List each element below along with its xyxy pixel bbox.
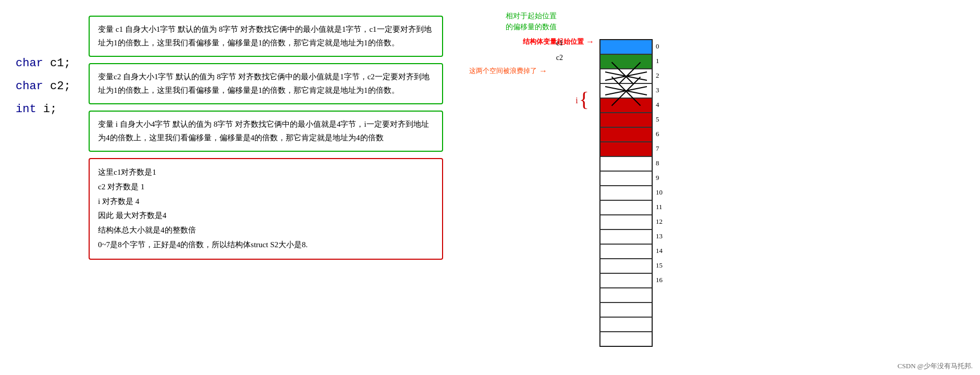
code-line-3: int i; bbox=[16, 98, 78, 121]
mem-row-14 bbox=[600, 244, 652, 259]
mem-row-0 bbox=[600, 40, 652, 54]
mem-row-20 bbox=[600, 332, 652, 346]
num-18 bbox=[656, 302, 663, 317]
mem-cell-8 bbox=[600, 156, 652, 171]
arrow-right-icon: → bbox=[586, 37, 594, 46]
mem-row-10 bbox=[600, 186, 652, 200]
box-c2-text: 变量c2 自身大小1字节 默认的值为 8字节 对齐数找它俩中的最小值就是1字节，… bbox=[98, 72, 430, 94]
diagram-header: 相对于起始位置 的偏移量的数值 bbox=[506, 10, 557, 32]
mem-row-16 bbox=[600, 273, 652, 288]
num-13: 13 bbox=[656, 229, 663, 244]
num-6: 6 bbox=[656, 127, 663, 141]
keyword-char2: char bbox=[16, 80, 43, 93]
box-c1-explanation: 变量 c1 自身大小1字节 默认的值为 8字节 对齐数找它俩中的最小值就是1字节… bbox=[89, 16, 443, 57]
mem-row-9 bbox=[600, 171, 652, 186]
mem-row-1 bbox=[600, 54, 652, 69]
mem-row-19 bbox=[600, 317, 652, 332]
mem-row-4 bbox=[600, 98, 652, 113]
num-20 bbox=[656, 331, 663, 346]
summary-line2: c2 对齐数是 1 bbox=[98, 180, 434, 195]
var-c1: c1; bbox=[50, 57, 71, 70]
memory-numbers: 0 1 2 3 4 5 6 7 8 9 10 11 12 13 14 15 16 bbox=[656, 39, 663, 346]
num-19 bbox=[656, 317, 663, 331]
mem-row-13 bbox=[600, 229, 652, 244]
summary-line6: 0~7是8个字节，正好是4的倍数，所以结构体struct S2大小是8. bbox=[98, 238, 434, 252]
num-1: 1 bbox=[656, 54, 663, 68]
mem-cell-14 bbox=[600, 244, 652, 259]
mem-cell-9 bbox=[600, 171, 652, 186]
num-15: 15 bbox=[656, 258, 663, 273]
num-12: 12 bbox=[656, 214, 663, 229]
code-line-2: char c2; bbox=[16, 75, 78, 98]
mem-cell-7 bbox=[600, 142, 652, 156]
num-11: 11 bbox=[656, 200, 663, 214]
box-i-explanation: 变量 i 自身大小4字节 默认的值为 8字节 对齐数找它俩中的最小值就是4字节，… bbox=[89, 111, 443, 152]
num-7: 7 bbox=[656, 141, 663, 156]
main-container: char c1; char c2; int i; 变量 c1 自身大小1字节 默… bbox=[0, 0, 980, 357]
mem-row-8 bbox=[600, 156, 652, 171]
mem-row-18 bbox=[600, 303, 652, 317]
mem-cell-17 bbox=[600, 288, 652, 303]
mem-cell-12 bbox=[600, 215, 652, 229]
summary-line1: 这里c1对齐数是1 bbox=[98, 165, 434, 180]
box-i-text: 变量 i 自身大小4字节 默认的值为 8字节 对齐数找它俩中的最小值就是4字节，… bbox=[98, 120, 429, 142]
mem-cell-2 bbox=[600, 69, 652, 83]
mem-row-12 bbox=[600, 215, 652, 229]
mem-cell-19 bbox=[600, 317, 652, 332]
mem-row-17 bbox=[600, 288, 652, 303]
num-16: 16 bbox=[656, 273, 663, 287]
keyword-int: int bbox=[16, 103, 36, 116]
box-c1-text: 变量 c1 自身大小1字节 默认的值为 8字节 对齐数找它俩中的最小值就是1字节… bbox=[98, 25, 432, 47]
mem-row-11 bbox=[600, 200, 652, 215]
num-4: 4 bbox=[656, 98, 663, 112]
mem-cell-16 bbox=[600, 273, 652, 288]
mem-row-7 bbox=[600, 142, 652, 156]
summary-line3: i 对齐数是 4 bbox=[98, 195, 434, 209]
label-wasted: 这两个空间被浪费掉了 → bbox=[469, 66, 547, 76]
box-c2-explanation: 变量c2 自身大小1字节 默认的值为 8字节 对齐数找它俩中的最小值就是1字节，… bbox=[89, 63, 443, 104]
summary-line5: 结构体总大小就是4的整数倍 bbox=[98, 223, 434, 238]
num-8: 8 bbox=[656, 156, 663, 171]
num-17 bbox=[656, 287, 663, 302]
mem-cell-4 bbox=[600, 98, 652, 113]
mem-cell-11 bbox=[600, 200, 652, 215]
memory-grid bbox=[599, 39, 653, 347]
header-line2: 的偏移量的数值 bbox=[506, 21, 557, 32]
mem-cell-3 bbox=[600, 83, 652, 98]
explanation-section: 变量 c1 自身大小1字节 默认的值为 8字节 对齐数找它俩中的最小值就是1字节… bbox=[89, 10, 443, 260]
num-0: 0 bbox=[656, 39, 663, 54]
num-5: 5 bbox=[656, 112, 663, 127]
var-i: i; bbox=[43, 103, 57, 116]
header-line1: 相对于起始位置 bbox=[506, 10, 557, 21]
mem-cell-5 bbox=[600, 113, 652, 127]
mem-cell-20 bbox=[600, 332, 652, 346]
num-2: 2 bbox=[656, 68, 663, 83]
summary-line4: 因此 最大对齐数是4 bbox=[98, 209, 434, 223]
mem-cell-10 bbox=[600, 186, 652, 200]
mem-row-5 bbox=[600, 113, 652, 127]
num-9: 9 bbox=[656, 171, 663, 185]
box-summary: 这里c1对齐数是1 c2 对齐数是 1 i 对齐数是 4 因此 最大对齐数是4 … bbox=[89, 158, 443, 260]
label-i-group: i { bbox=[575, 91, 589, 110]
num-3: 3 bbox=[656, 83, 663, 98]
mem-cell-15 bbox=[600, 259, 652, 273]
label-c1: c1 bbox=[556, 39, 563, 47]
label-c2: c2 bbox=[556, 54, 563, 62]
watermark: CSDN @少年没有马托邦. bbox=[898, 361, 973, 371]
num-10: 10 bbox=[656, 185, 663, 200]
mem-row-3 bbox=[600, 83, 652, 98]
mem-row-2 bbox=[600, 69, 652, 83]
code-line-1: char c1; bbox=[16, 52, 78, 75]
mem-row-6 bbox=[600, 127, 652, 142]
arrow-wasted-icon: → bbox=[539, 66, 547, 76]
mem-row-15 bbox=[600, 259, 652, 273]
var-c2: c2; bbox=[50, 80, 71, 93]
mem-cell-13 bbox=[600, 229, 652, 244]
num-14: 14 bbox=[656, 244, 663, 258]
mem-cell-6 bbox=[600, 127, 652, 142]
mem-cell-0 bbox=[600, 40, 652, 54]
code-section: char c1; char c2; int i; bbox=[16, 10, 78, 121]
keyword-char1: char bbox=[16, 57, 43, 70]
label-i-text: i bbox=[575, 96, 578, 105]
mem-cell-1 bbox=[600, 54, 652, 69]
